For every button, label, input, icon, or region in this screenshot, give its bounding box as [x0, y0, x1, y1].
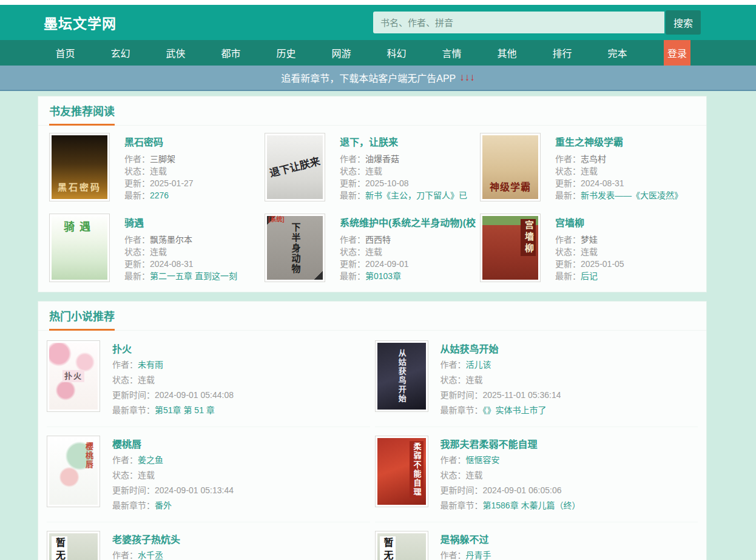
login-button[interactable]: 登录: [664, 40, 690, 66]
book-title[interactable]: 我那夫君柔弱不能自理: [440, 436, 581, 451]
book-cover[interactable]: 从姑获鸟开始: [375, 340, 428, 412]
nav-item[interactable]: 玄幻: [93, 40, 148, 66]
book-title[interactable]: 重生之神级学霸: [555, 134, 683, 149]
latest-chapter-link[interactable]: 番外: [155, 501, 172, 510]
book-cover[interactable]: 暂无封面: [47, 531, 100, 560]
author-link[interactable]: 水千丞: [138, 550, 163, 560]
status-label: 状态：: [124, 247, 150, 257]
book-title[interactable]: 退下，让朕来: [340, 134, 467, 149]
status-line: 状态：连载: [124, 246, 237, 258]
latest-chapter-link[interactable]: 第51章 第 51 章: [155, 405, 215, 415]
author-line: 作者：油爆香菇: [340, 153, 467, 165]
latest-line: 最新章节：第1586章 木蓁儿篇（终）: [440, 498, 581, 513]
book-info: 骑遇 作者：飘荡墨尔本 状态：连载 更新：2024-08-31 最新：第二一五章…: [124, 214, 237, 282]
book-card: [系统] 下半身动物 系统维护中(系统之半身动物)(校 作者：西西特 状态：连载…: [265, 214, 480, 282]
latest-chapter-link[interactable]: 第0103章: [365, 271, 401, 281]
book-list-item: 暂无封面 老婆孩子热炕头 作者：水千丞 状态：连载 更新时间：2024-09-0…: [47, 522, 370, 560]
author-line: 作者：西西特: [340, 234, 476, 246]
nav-item[interactable]: 历史: [258, 40, 314, 66]
author-link[interactable]: 姜之鱼: [138, 455, 163, 465]
status-value: 连载: [466, 375, 483, 385]
search-button[interactable]: 搜索: [666, 10, 701, 35]
updated-line: 更新：2024-09-01: [340, 258, 476, 270]
search-input[interactable]: [373, 12, 664, 33]
book-cover[interactable]: [系统] 下半身动物: [265, 214, 325, 282]
nav-item[interactable]: 科幻: [369, 40, 424, 66]
book-cover[interactable]: 退下让朕来: [265, 133, 325, 201]
updated-value: 2024-09-01 05:13:44: [155, 485, 234, 495]
book-title[interactable]: 宫墙柳: [555, 215, 624, 229]
author-line: 作者：飘荡墨尔本: [124, 234, 237, 246]
author-line: 作者：三脚架: [124, 153, 194, 165]
latest-label: 最新：: [555, 271, 581, 281]
book-cover[interactable]: 宫墙柳: [480, 214, 541, 282]
cover-title: 暂无封面: [380, 536, 396, 560]
author-value: 三脚架: [150, 154, 175, 164]
book-cover[interactable]: 骑遇: [49, 214, 110, 282]
book-info: 退下，让朕来 作者：油爆香菇 状态：连载 更新：2025-10-08 最新：新书…: [340, 133, 467, 201]
book-title[interactable]: 骑遇: [124, 215, 237, 229]
nav-item[interactable]: 网游: [314, 40, 369, 66]
author-label: 作者：: [340, 154, 365, 164]
book-card: 宫墙柳 宫墙柳 作者：梦娃 状态：连载 更新：2025-01-05 最新：后记: [480, 214, 695, 282]
author-link[interactable]: 惬惬容安: [466, 455, 500, 465]
author-line: 作者：志鸟村: [555, 153, 683, 165]
book-cover[interactable]: 神级学霸: [480, 133, 541, 201]
latest-chapter-link[interactable]: 后记: [581, 271, 598, 281]
down-arrows-icon: ↓↓↓: [459, 72, 475, 84]
latest-chapter-link[interactable]: 新书发表——《大医凌然》: [581, 191, 683, 200]
updated-line: 更新：2025-01-05: [555, 258, 624, 270]
latest-line: 最新章节：番外: [112, 498, 234, 513]
book-title[interactable]: 扑火: [112, 341, 234, 356]
latest-label: 最新：: [555, 191, 581, 200]
status-value: 连载: [138, 470, 155, 480]
book-cover[interactable]: 柔弱不能自理: [375, 436, 428, 507]
book-info: 从姑获鸟开始 作者：活儿该 状态：连载 更新时间：2025-11-01 05:3…: [440, 340, 561, 418]
nav-item[interactable]: 都市: [203, 40, 258, 66]
latest-label: 最新：: [340, 271, 365, 281]
latest-chapter-link[interactable]: 第1586章 木蓁儿篇（终）: [483, 501, 581, 510]
book-title[interactable]: 从姑获鸟开始: [440, 341, 561, 356]
author-link[interactable]: 未有雨: [138, 360, 163, 369]
author-link[interactable]: 丹青手: [466, 550, 491, 560]
latest-chapter-link[interactable]: 新书《主公，刀下留人》已: [365, 191, 467, 200]
nav-item[interactable]: 言情: [424, 40, 479, 66]
status-label: 状态：: [112, 375, 138, 385]
status-line: 状态：连载: [340, 165, 467, 177]
author-line: 作者：水千丞: [112, 548, 234, 560]
updated-label: 更新：: [555, 259, 581, 269]
book-title[interactable]: 黑石密码: [124, 134, 194, 149]
updated-label: 更新：: [124, 259, 150, 269]
author-value: 志鸟村: [581, 154, 606, 164]
book-cover[interactable]: 暂无封面: [375, 531, 428, 560]
book-cover[interactable]: 扑火: [47, 340, 100, 412]
author-link[interactable]: 活儿该: [466, 360, 491, 369]
status-label: 状态：: [440, 375, 466, 385]
search-bar: 搜索: [373, 10, 701, 35]
status-line: 状态：连载: [112, 468, 234, 483]
author-line: 作者：活儿该: [440, 357, 561, 373]
book-title[interactable]: 老婆孩子热炕头: [112, 531, 234, 546]
cover-title: 樱桃唇: [82, 441, 95, 471]
status-label: 状态：: [112, 470, 138, 480]
author-line: 作者：梦娃: [555, 234, 624, 246]
nav-item[interactable]: 武侠: [148, 40, 203, 66]
author-value: 西西特: [365, 235, 391, 245]
announcement-text: 追看新章节，下载本站客户端无广告APP: [281, 70, 456, 85]
book-title[interactable]: 系统维护中(系统之半身动物)(校: [340, 215, 476, 229]
book-info: 黑石密码 作者：三脚架 状态：连载 更新：2025-01-27 最新：2276: [124, 133, 194, 201]
nav-item[interactable]: 首页: [38, 40, 93, 66]
nav-item[interactable]: 完本: [590, 40, 645, 66]
nav-item[interactable]: 排行: [535, 40, 590, 66]
nav-item[interactable]: 其他: [479, 40, 535, 66]
updated-label: 更新：: [124, 178, 150, 188]
book-cover[interactable]: 樱桃唇: [47, 436, 100, 507]
latest-chapter-link[interactable]: 2276: [150, 191, 169, 200]
book-title[interactable]: 樱桃唇: [112, 436, 234, 451]
status-label: 状态：: [340, 247, 365, 257]
book-cover[interactable]: 黑石密码: [49, 133, 110, 201]
site-title[interactable]: 墨坛文学网: [44, 12, 116, 33]
book-title[interactable]: 是祸躲不过: [440, 531, 564, 546]
latest-chapter-link[interactable]: 第二一五章 直到这一刻: [150, 271, 237, 281]
latest-chapter-link[interactable]: 《》实体书上市了: [483, 405, 547, 415]
